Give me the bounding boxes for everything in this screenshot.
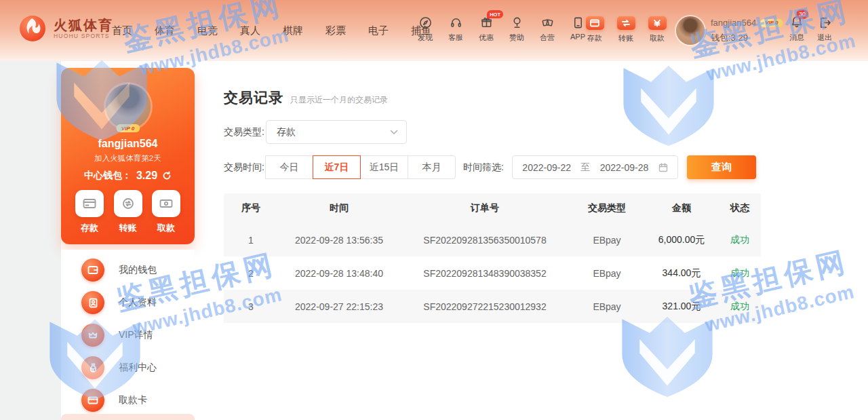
nav-item[interactable]: 棋牌 bbox=[283, 24, 303, 37]
cell-order-number: SF202209281356350010578 bbox=[400, 235, 570, 246]
compass-icon bbox=[419, 16, 432, 29]
next-card-edge bbox=[61, 414, 195, 420]
logout-label: 退出 bbox=[817, 33, 832, 43]
page-subtitle: 只显示近一个月的交易记录 bbox=[290, 94, 388, 106]
date-separator: 至 bbox=[580, 161, 590, 174]
date-range-picker[interactable]: 2022-09-22 至 2022-09-28 bbox=[512, 155, 678, 179]
cell-type: EBpay bbox=[570, 301, 644, 312]
page: 火狐体育 HUOHU SPORTS 首页体育电竞真人棋牌彩票电子捕鱼 发现 客服… bbox=[0, 0, 868, 420]
col-header-time: 时间 bbox=[278, 202, 400, 214]
profile-card: VIP 0 fangjian564 加入火狐体育第2天 中心钱包： 3.29 存… bbox=[61, 68, 195, 244]
nav-item[interactable]: 真人 bbox=[240, 24, 260, 37]
sponsor-link[interactable]: 赞助 bbox=[507, 16, 527, 43]
sidebar-item-label: 福利中心 bbox=[119, 362, 157, 374]
withdraw-button[interactable]: 取款 bbox=[152, 190, 180, 234]
date-from-value: 2022-09-22 bbox=[522, 162, 571, 173]
center-wallet-label: 中心钱包： bbox=[84, 170, 132, 182]
calendar-icon bbox=[658, 163, 668, 172]
type-filter-label: 交易类型: bbox=[224, 126, 271, 138]
headset-icon bbox=[450, 16, 462, 29]
action-label: 取款 bbox=[157, 222, 175, 234]
quick-label: 取款 bbox=[650, 33, 665, 43]
transfer-quick-button[interactable]: 转账 bbox=[615, 16, 637, 43]
cell-amount: 6,000.00元 bbox=[644, 234, 719, 246]
action-label: 存款 bbox=[81, 222, 98, 234]
cell-status: 成功 bbox=[719, 234, 761, 246]
brand-logo[interactable]: 火狐体育 HUOHU SPORTS bbox=[18, 14, 113, 43]
col-header-seq: 序号 bbox=[224, 202, 278, 214]
time-tab[interactable]: 本月 bbox=[408, 155, 456, 179]
time-filter-label: 交易时间: bbox=[224, 161, 271, 174]
table-row: 3 2022-09-27 22:15:23 SF2022092722152300… bbox=[224, 290, 761, 323]
col-header-type: 交易类型 bbox=[570, 202, 644, 214]
sidebar-item-withdraw-card[interactable]: 取款卡 bbox=[61, 384, 195, 417]
table-body: 1 2022-09-28 13:56:35 SF2022092813563500… bbox=[224, 223, 761, 323]
partner-icon bbox=[541, 16, 554, 29]
col-header-amount: 金额 bbox=[644, 202, 719, 214]
wallet-icon bbox=[81, 259, 104, 282]
transfer-button[interactable]: 转账 bbox=[114, 190, 142, 234]
deposit-button[interactable]: 存款 bbox=[75, 190, 104, 234]
table-row: 2 2022-09-28 13:48:40 SF2022092813483900… bbox=[224, 256, 761, 290]
col-header-status: 状态 bbox=[719, 202, 761, 214]
cell-type: EBpay bbox=[570, 235, 644, 246]
cell-amount: 321.00元 bbox=[644, 301, 719, 313]
avatar[interactable] bbox=[676, 16, 705, 45]
time-range-tabs: 今日近7日近15日本月 bbox=[266, 155, 456, 179]
promo-link[interactable]: HOT 优惠 bbox=[476, 16, 496, 43]
time-tab[interactable]: 近7日 bbox=[313, 155, 361, 179]
sidebar-item-my-wallet[interactable]: 我的钱包 bbox=[61, 254, 195, 286]
cell-seq: 1 bbox=[224, 235, 278, 246]
action-label: 转账 bbox=[119, 222, 137, 234]
deposit-icon bbox=[586, 16, 604, 30]
time-tab[interactable]: 近15日 bbox=[360, 155, 408, 179]
support-link[interactable]: 客服 bbox=[446, 16, 466, 43]
nav-item[interactable]: 体育 bbox=[155, 24, 175, 37]
user-info[interactable]: fangjian564 VIP 0 钱包:3.29 bbox=[676, 16, 783, 45]
feature-links: 发现 客服 HOT 优惠 赞助 合营 bbox=[415, 16, 588, 43]
search-button[interactable]: 查询 bbox=[687, 155, 756, 179]
messages-button[interactable]: 30 消息 bbox=[785, 15, 808, 43]
center-wallet-value: 3.29 bbox=[136, 170, 157, 182]
sidebar-item-personal-info[interactable]: 个人资料 bbox=[61, 286, 195, 319]
cell-status: 成功 bbox=[719, 301, 761, 313]
vip-badge: VIP 0 bbox=[760, 19, 783, 27]
nav-item[interactable]: 彩票 bbox=[326, 24, 346, 37]
profile-vip-badge: VIP 0 bbox=[116, 124, 140, 132]
withdraw-quick-button[interactable]: 取款 bbox=[646, 16, 668, 43]
partner-link[interactable]: 合营 bbox=[537, 16, 557, 43]
col-header-order: 订单号 bbox=[400, 202, 570, 214]
table-row: 1 2022-09-28 13:56:35 SF2022092813563500… bbox=[224, 223, 761, 256]
nav-item[interactable]: 首页 bbox=[112, 24, 132, 37]
id-card-icon bbox=[81, 291, 104, 314]
sidebar-item-vip-details[interactable]: VIP详情 bbox=[61, 319, 195, 351]
nav-item[interactable]: 电子 bbox=[368, 24, 389, 37]
withdraw-cash-icon bbox=[152, 190, 180, 217]
profile-avatar[interactable]: VIP 0 bbox=[106, 84, 151, 129]
refresh-icon[interactable] bbox=[162, 171, 172, 180]
withdraw-icon bbox=[648, 16, 667, 30]
date-to-value: 2022-09-28 bbox=[600, 162, 649, 173]
hot-badge: HOT bbox=[487, 10, 503, 18]
money-bag-icon bbox=[81, 356, 104, 379]
feature-label: 客服 bbox=[448, 33, 463, 43]
table-header-row: 序号 时间 订单号 交易类型 金额 状态 bbox=[224, 193, 761, 223]
messages-label: 消息 bbox=[789, 33, 804, 43]
logout-button[interactable]: 退出 bbox=[814, 16, 835, 43]
sidebar-item-welfare-center[interactable]: 福利中心 bbox=[61, 351, 195, 384]
chevron-down-icon bbox=[390, 130, 398, 135]
nav-item[interactable]: 电竞 bbox=[197, 24, 218, 37]
main-nav: 首页体育电竞真人棋牌彩票电子捕鱼 bbox=[112, 0, 431, 61]
quick-actions: 存款 转账 取款 bbox=[584, 16, 668, 43]
transfer-arrows-icon bbox=[114, 190, 142, 217]
time-tab[interactable]: 今日 bbox=[265, 155, 313, 179]
date-filter-label: 时间筛选: bbox=[463, 161, 512, 174]
transfer-icon bbox=[617, 16, 635, 30]
discover-link[interactable]: 发现 bbox=[415, 16, 435, 43]
wallet-balance: 钱包:3.29 bbox=[711, 32, 783, 44]
deposit-quick-button[interactable]: 存款 bbox=[584, 16, 606, 43]
fox-flame-icon bbox=[18, 14, 47, 43]
feature-label: 赞助 bbox=[509, 33, 524, 43]
transaction-type-select[interactable]: 存款 bbox=[266, 120, 407, 144]
cell-order-number: SF202209272215230012932 bbox=[400, 301, 570, 312]
